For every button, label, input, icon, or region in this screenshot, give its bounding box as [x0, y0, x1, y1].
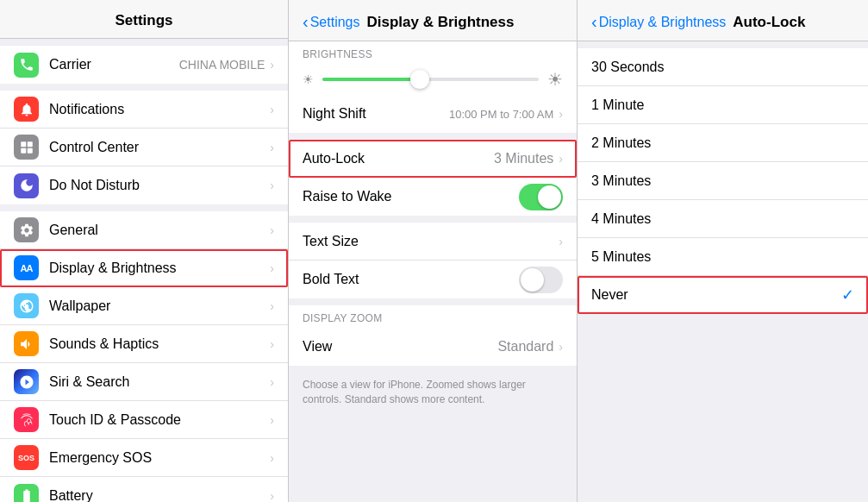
option-30-seconds[interactable]: 30 Seconds: [578, 48, 868, 86]
carrier-value: CHINA MOBILE: [179, 58, 265, 72]
brightness-slider-fill: [322, 78, 420, 81]
option-5-minutes[interactable]: 5 Minutes: [578, 238, 868, 276]
raise-to-wake-row[interactable]: Raise to Wake: [289, 178, 577, 216]
sounds-haptics-chevron: ›: [270, 337, 274, 351]
siri-search-label: Siri & Search: [49, 374, 270, 390]
settings-header: Settings: [0, 0, 288, 39]
wallpaper-chevron: ›: [270, 299, 274, 313]
night-shift-chevron: ›: [559, 107, 563, 121]
display-brightness-title: Display & Brightness: [366, 14, 514, 31]
bold-text-label: Bold Text: [303, 272, 519, 287]
sun-large-icon: ☀: [547, 69, 563, 90]
group-notifications: Notifications › Control Center › Do Not …: [0, 91, 288, 204]
autolock-group: Auto-Lock 3 Minutes › Raise to Wake: [289, 140, 577, 216]
auto-lock-row[interactable]: Auto-Lock 3 Minutes ›: [289, 140, 577, 178]
siri-search-row[interactable]: Siri & Search ›: [0, 363, 288, 401]
carrier-label: Carrier: [49, 57, 179, 72]
auto-lock-options-group: 30 Seconds 1 Minute 2 Minutes 3 Minutes …: [578, 48, 868, 314]
control-center-chevron: ›: [270, 141, 274, 154]
back-to-display-brightness[interactable]: ‹ Display & Brightness: [591, 12, 726, 32]
do-not-disturb-label: Do Not Disturb: [49, 178, 270, 193]
option-5-minutes-label: 5 Minutes: [591, 249, 854, 265]
text-size-chevron: ›: [559, 235, 563, 248]
wallpaper-label: Wallpaper: [49, 298, 270, 314]
wallpaper-row[interactable]: Wallpaper ›: [0, 287, 288, 325]
night-shift-row[interactable]: Night Shift 10:00 PM to 7:00 AM ›: [289, 95, 577, 133]
back-to-settings[interactable]: ‹ Settings: [303, 12, 359, 32]
back-chevron-icon: ‹: [303, 12, 309, 32]
group-general: General › AA Display & Brightness › Wall…: [0, 211, 288, 502]
display-brightness-row[interactable]: AA Display & Brightness ›: [0, 249, 288, 287]
do-not-disturb-row[interactable]: Do Not Disturb ›: [0, 166, 288, 204]
text-group: Text Size › Bold Text: [289, 223, 577, 298]
option-2-minutes[interactable]: 2 Minutes: [578, 124, 868, 162]
auto-lock-value: 3 Minutes: [494, 151, 553, 166]
option-1-minute[interactable]: 1 Minute: [578, 86, 868, 124]
brightness-group: BRIGHTNESS ☀ ☀ Night Shift 10:00 PM to 7…: [289, 41, 577, 133]
emergency-sos-chevron: ›: [270, 451, 274, 465]
svg-rect-0: [21, 141, 26, 147]
battery-label: Battery: [49, 488, 270, 502]
view-label: View: [303, 339, 497, 355]
brightness-slider-track[interactable]: [322, 78, 539, 81]
view-row[interactable]: View Standard ›: [289, 328, 577, 366]
option-2-minutes-label: 2 Minutes: [591, 135, 854, 151]
back-chevron-icon-2: ‹: [591, 12, 597, 32]
display-brightness-label: Display & Brightness: [49, 260, 270, 276]
auto-lock-label: Auto-Lock: [303, 151, 494, 166]
option-4-minutes-label: 4 Minutes: [591, 211, 854, 227]
option-3-minutes[interactable]: 3 Minutes: [578, 162, 868, 200]
sounds-haptics-label: Sounds & Haptics: [49, 336, 270, 352]
wallpaper-icon: [14, 293, 39, 318]
carrier-icon: [14, 53, 39, 78]
battery-row[interactable]: Battery ›: [0, 477, 288, 502]
text-size-label: Text Size: [303, 234, 559, 249]
view-value: Standard: [497, 339, 553, 355]
bold-text-toggle-thumb: [521, 268, 544, 292]
notifications-icon: [14, 97, 39, 122]
notifications-label: Notifications: [49, 102, 270, 117]
text-size-row[interactable]: Text Size ›: [289, 223, 577, 260]
option-never-label: Never: [591, 287, 841, 303]
control-center-row[interactable]: Control Center ›: [0, 129, 288, 166]
settings-panel: Settings Carrier CHINA MOBILE › Notifica…: [0, 0, 289, 502]
bold-text-toggle[interactable]: [519, 267, 563, 293]
auto-lock-title: Auto-Lock: [733, 14, 805, 31]
general-row[interactable]: General ›: [0, 211, 288, 249]
siri-search-icon: [14, 369, 39, 394]
display-brightness-chevron: ›: [270, 261, 274, 275]
display-zoom-description: Choose a view for iPhone. Zoomed shows l…: [289, 373, 577, 416]
view-chevron: ›: [559, 340, 563, 354]
carrier-row[interactable]: Carrier CHINA MOBILE ›: [0, 46, 288, 84]
back-label: Settings: [310, 15, 360, 30]
night-shift-value: 10:00 PM to 7:00 AM: [449, 108, 553, 121]
touch-id-passcode-row[interactable]: Touch ID & Passcode ›: [0, 401, 288, 439]
notifications-row[interactable]: Notifications ›: [0, 91, 288, 129]
bold-text-row[interactable]: Bold Text: [289, 260, 577, 298]
option-never[interactable]: Never ✓: [578, 276, 868, 314]
option-3-minutes-label: 3 Minutes: [591, 173, 854, 189]
do-not-disturb-icon: [14, 173, 39, 198]
brightness-slider-thumb: [410, 70, 429, 89]
sounds-haptics-row[interactable]: Sounds & Haptics ›: [0, 325, 288, 363]
display-zoom-section-header: DISPLAY ZOOM: [289, 305, 577, 328]
display-brightness-header: ‹ Settings Display & Brightness: [289, 0, 577, 41]
siri-search-chevron: ›: [270, 375, 274, 389]
sounds-haptics-icon: [14, 331, 39, 356]
emergency-sos-row[interactable]: SOS Emergency SOS ›: [0, 439, 288, 477]
carrier-group: Carrier CHINA MOBILE ›: [0, 46, 288, 84]
option-4-minutes[interactable]: 4 Minutes: [578, 200, 868, 238]
raise-to-wake-toggle[interactable]: [519, 184, 563, 210]
checkmark-icon: ✓: [841, 286, 854, 304]
display-brightness-panel: ‹ Settings Display & Brightness BRIGHTNE…: [289, 0, 578, 502]
brightness-slider-row[interactable]: ☀ ☀: [289, 64, 577, 95]
sun-small-icon: ☀: [303, 72, 314, 86]
touch-id-passcode-label: Touch ID & Passcode: [49, 412, 270, 428]
svg-rect-2: [21, 147, 26, 153]
auto-lock-header: ‹ Display & Brightness Auto-Lock: [578, 0, 868, 41]
option-1-minute-label: 1 Minute: [591, 97, 854, 113]
brightness-section-header: BRIGHTNESS: [289, 41, 577, 64]
raise-to-wake-label: Raise to Wake: [303, 189, 519, 204]
control-center-icon: [14, 135, 39, 160]
svg-rect-3: [27, 147, 32, 153]
